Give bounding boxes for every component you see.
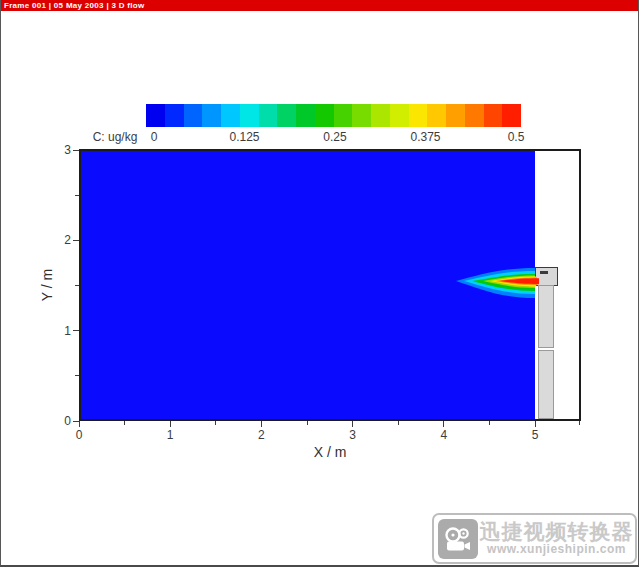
colorbar-labels: C: ug/kg 00.1250.250.3750.5 (1, 130, 639, 145)
axis-tick (73, 421, 79, 422)
axis-tick (73, 330, 79, 331)
axis-tick (398, 421, 399, 425)
colorbar-segment (334, 104, 353, 127)
colorbar-segment (240, 104, 259, 127)
y-tick-label: 2 (55, 233, 71, 247)
axis-tick (579, 421, 580, 425)
axis-tick (215, 421, 216, 425)
colorbar-segment (315, 104, 334, 127)
video-converter-icon (438, 519, 478, 559)
colorbar-segment (165, 104, 184, 127)
frame-header[interactable]: Frame 001 | 05 May 2003 | 3 D flow (1, 0, 639, 11)
x-tick-label: 3 (349, 428, 356, 442)
axis-tick (261, 421, 262, 427)
colorbar-segment (296, 104, 315, 127)
x-tick-label: 2 (258, 428, 265, 442)
colorbar-segment (146, 104, 165, 127)
colorbar-segment (184, 104, 203, 127)
y-axis-title: Y / m (39, 269, 55, 301)
watermark-url: www.xunjieshipin.com (478, 543, 635, 556)
axis-tick (124, 421, 125, 425)
jet-plume (81, 151, 579, 419)
x-tick-label: 0 (76, 428, 83, 442)
axis-tick (75, 285, 79, 286)
colorbar-tick-label: 0.5 (508, 130, 525, 144)
axis-tick (443, 421, 444, 427)
axis-tick (489, 421, 490, 425)
colorbar-segment (371, 104, 390, 127)
y-tick-label: 3 (55, 143, 71, 157)
x-tick-label: 5 (532, 428, 539, 442)
x-axis-title: X / m (314, 444, 347, 460)
axis-tick (73, 240, 79, 241)
colorbar-segment (502, 104, 521, 127)
frame-header-text: Frame 001 | 05 May 2003 | 3 D flow (4, 1, 145, 10)
colorbar-segment (446, 104, 465, 127)
colorbar-title: C: ug/kg (93, 130, 138, 144)
colorbar (146, 104, 521, 127)
colorbar-tick-label: 0.375 (410, 130, 440, 144)
x-tick-label: 1 (167, 428, 174, 442)
colorbar-segment (221, 104, 240, 127)
watermark: 迅捷视频转换器 www.xunjieshipin.com (432, 513, 637, 564)
x-tick-label: 4 (440, 428, 447, 442)
axis-tick (75, 375, 79, 376)
watermark-text: 迅捷视频转换器 www.xunjieshipin.com (478, 521, 635, 556)
axis-tick (79, 421, 80, 427)
colorbar-segment (390, 104, 409, 127)
axis-tick (73, 150, 79, 151)
colorbar-segment (427, 104, 446, 127)
axis-tick (352, 421, 353, 427)
y-tick-label: 0 (55, 414, 71, 428)
colorbar-tick-label: 0.125 (229, 130, 259, 144)
colorbar-tick-label: 0.25 (323, 130, 346, 144)
y-tick-label: 1 (55, 324, 71, 338)
contour-plot (79, 149, 581, 421)
colorbar-tick-label: 0 (151, 130, 158, 144)
watermark-title: 迅捷视频转换器 (478, 521, 635, 543)
colorbar-segment (465, 104, 484, 127)
colorbar-segment (202, 104, 221, 127)
axis-tick (170, 421, 171, 427)
axis-tick (75, 195, 79, 196)
outlet-marker (540, 271, 548, 274)
colorbar-segment (277, 104, 296, 127)
app-window: Frame 001 | 05 May 2003 | 3 D flow C: ug… (0, 0, 639, 567)
colorbar-segment (352, 104, 371, 127)
colorbar-segment (409, 104, 428, 127)
colorbar-segment (484, 104, 503, 127)
axis-tick (535, 421, 536, 427)
axis-tick (307, 421, 308, 425)
colorbar-segment (259, 104, 278, 127)
